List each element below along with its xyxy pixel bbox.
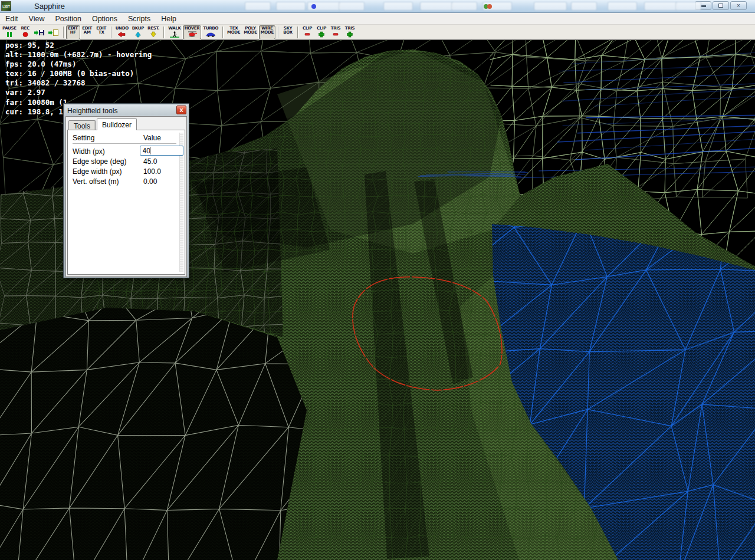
- button-label: UNDO: [116, 27, 129, 31]
- tris-plus-icon: [344, 31, 355, 38]
- button-label: MODE: [261, 31, 274, 35]
- hud-line-alt: alt: 1100.0m (+682.7m) - hovering: [5, 50, 152, 60]
- setting-row-edge-width[interactable]: Edge width (px) 100.0: [73, 166, 185, 176]
- button-label: AM: [84, 31, 91, 35]
- button-label: BOX: [283, 31, 293, 35]
- toolbar-separator: [111, 27, 111, 38]
- paste-icon: [48, 29, 59, 36]
- dialog-tabs: Tools Bulldozer: [68, 118, 185, 130]
- taskbar-window-blur: [608, 2, 637, 11]
- button-label: PAUSE: [2, 27, 17, 31]
- rest-button[interactable]: REST.: [146, 25, 161, 39]
- tris-plus-button[interactable]: TRIS: [343, 25, 357, 39]
- clip-plus-button[interactable]: CLIP: [314, 25, 329, 39]
- sapphire-window: L3DT Sapphire × EditViewPositionOptionsS…: [0, 0, 755, 560]
- menu-bar: EditViewPositionOptionsScriptsHelp: [0, 13, 755, 25]
- walk-icon: [169, 31, 180, 38]
- poly-mode-button[interactable]: POLYMODE: [242, 25, 258, 39]
- button-label: CLIP: [303, 27, 312, 31]
- hud-line-pos: pos: 95, 52: [5, 41, 152, 50]
- toolbar: PAUSERECEDITHFEDITAMEDITTXUNDOBKUPREST.W…: [0, 25, 755, 40]
- button-label: TRIS: [331, 27, 341, 31]
- undo-arrow-icon: [117, 31, 127, 38]
- menu-view[interactable]: View: [24, 14, 50, 24]
- taskbar-icon-blur: [311, 4, 316, 9]
- setting-row-edge-slope[interactable]: Edge slope (deg) 45.0: [73, 156, 185, 166]
- menu-edit[interactable]: Edit: [0, 14, 24, 24]
- rec-button[interactable]: REC: [18, 25, 32, 39]
- column-value: Value: [143, 134, 161, 142]
- hover-button[interactable]: HOVER: [183, 25, 202, 39]
- pause-icon: [4, 31, 15, 38]
- setting-value[interactable]: 100.0: [143, 167, 161, 176]
- button-label: BKUP: [132, 27, 144, 31]
- turbo-button[interactable]: TURBO: [201, 25, 220, 39]
- taskbar-window-blur: [245, 2, 271, 11]
- button-label: MODE: [227, 31, 240, 35]
- bkup-button[interactable]: BKUP: [130, 25, 146, 39]
- edit-am-button[interactable]: EDITAM: [80, 25, 94, 39]
- close-button[interactable]: ×: [730, 1, 747, 10]
- turbo-icon: [205, 31, 216, 38]
- toolbar-separator: [63, 27, 64, 38]
- taskbar-icon-blur: [487, 4, 492, 9]
- walk-button[interactable]: WALK: [166, 25, 183, 39]
- setting-row-vert-offset[interactable]: Vert. offset (m) 0.00: [73, 176, 185, 186]
- menu-help[interactable]: Help: [156, 14, 182, 24]
- window-titlebar[interactable]: L3DT Sapphire ×: [0, 0, 755, 13]
- sky-box-button[interactable]: SKYBOX: [281, 25, 295, 39]
- save-button[interactable]: [32, 25, 47, 39]
- clip-minus-icon: [302, 31, 313, 38]
- menu-options[interactable]: Options: [87, 14, 123, 24]
- edit-tx-button[interactable]: EDITTX: [94, 25, 109, 39]
- taskbar-window-blur: [420, 2, 453, 11]
- clip-minus-button[interactable]: CLIP: [300, 25, 314, 39]
- paste-button[interactable]: [47, 25, 61, 39]
- column-setting: Setting: [73, 134, 143, 142]
- pause-button[interactable]: PAUSE: [1, 25, 18, 39]
- hud-line-tex: tex: 16 / 100MB (0 bias-auto): [5, 69, 152, 78]
- hover-icon: [187, 31, 198, 38]
- l3dt-app-icon: L3DT: [1, 1, 11, 11]
- width-value-input[interactable]: [140, 146, 183, 156]
- hud-line-var: var: 2.97: [5, 88, 152, 97]
- taskbar-window-blur: [644, 2, 677, 11]
- undo-button[interactable]: UNDO: [114, 25, 130, 39]
- window-title: Sapphire: [34, 2, 65, 11]
- menu-scripts[interactable]: Scripts: [123, 14, 156, 24]
- taskbar-window-blur: [675, 2, 701, 11]
- setting-label: Edge width (px): [73, 167, 143, 176]
- setting-label: Vert. offset (m): [73, 177, 143, 186]
- toolbar-separator: [278, 27, 278, 38]
- tab-bulldozer[interactable]: Bulldozer: [97, 118, 137, 130]
- bulldozer-settings-panel: Setting Value Width (px) Edge slope (deg…: [67, 130, 185, 275]
- button-label: CLIP: [317, 27, 326, 31]
- clip-plus-icon: [316, 31, 327, 38]
- edit-hf-button[interactable]: EDITHF: [66, 25, 80, 39]
- menu-position[interactable]: Position: [50, 14, 86, 24]
- tex-mode-button[interactable]: TEXMODE: [225, 25, 242, 39]
- tab-tools[interactable]: Tools: [68, 120, 96, 130]
- setting-row-width: Width (px): [73, 146, 185, 156]
- taskbar-window-blur: [339, 2, 365, 11]
- settings-table-header: Setting Value: [73, 134, 176, 144]
- button-label: REC: [21, 27, 29, 31]
- dialog-title: Heightfield tools: [67, 107, 117, 115]
- tris-minus-button[interactable]: TRIS: [329, 25, 343, 39]
- dialog-titlebar[interactable]: Heightfield tools x: [65, 105, 188, 116]
- toolbar-separator: [163, 27, 164, 38]
- hud-line-fps: fps: 20.0 (47ms): [5, 60, 152, 69]
- setting-value[interactable]: 0.00: [143, 177, 157, 186]
- button-label: HOVER: [185, 27, 200, 31]
- restore-arrow-icon: [148, 31, 159, 38]
- tris-minus-icon: [330, 31, 341, 38]
- taskbar-window-blur: [451, 2, 477, 11]
- button-label: WALK: [168, 27, 181, 31]
- dialog-close-icon[interactable]: x: [176, 106, 186, 114]
- setting-label: Edge slope (deg): [73, 157, 143, 166]
- button-label: MODE: [244, 31, 257, 35]
- wire-mode-button[interactable]: WIREMODE: [259, 25, 275, 39]
- taskbar-window-blur: [276, 2, 306, 11]
- setting-value[interactable]: 45.0: [143, 157, 157, 166]
- restore-button[interactable]: [713, 1, 729, 10]
